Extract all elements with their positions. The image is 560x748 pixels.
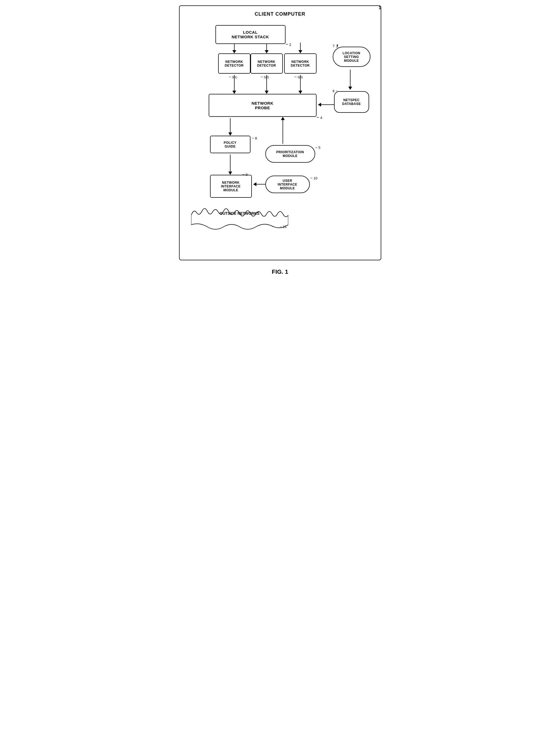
svg-marker-13 [318,103,321,107]
ref-3-3: ~ 3(3) [294,74,303,79]
user-interface-box: USERINTERFACEMODULE [265,176,310,193]
network-detector-2-box: NETWORKDETECTOR [250,53,283,74]
netspec-db-box: NETSPECDATABASE [334,91,369,113]
network-detector-2-label: NETWORKDETECTOR [257,60,276,67]
ref-2: ~ 2 [286,42,291,47]
ref-8: ~ 8 [252,136,257,140]
ref-4: ~ 4 [317,115,322,120]
outside-networks-svg [191,203,288,230]
ref-6: 6 ~ [333,89,338,93]
svg-marker-1 [233,50,236,53]
svg-marker-3 [265,50,269,53]
network-detector-3-box: NETWORKDETECTOR [284,53,317,74]
ref-10: ~ 10 [310,176,318,180]
ref-7: 7 ⮭ [333,43,340,48]
network-interface-label: NETWORKINTERFACEMODULE [221,181,241,192]
ref-3-1: ~ 3(1) [229,74,237,79]
page-container: 1 CLIENT COMPUTER [179,5,381,275]
network-detector-1-box: NETWORKDETECTOR [218,53,250,74]
network-probe-label: NETWORKPROBE [251,101,273,110]
outside-networks-area: OUTSIDE NETWORKS ~ 11 [191,203,288,230]
netspec-db-label: NETSPECDATABASE [342,98,361,106]
ref-9: ~ 9 [242,172,248,177]
local-network-stack-label: LOCALNETWORK STACK [232,30,269,39]
svg-marker-19 [281,117,285,120]
network-probe-box: NETWORKPROBE [209,94,317,117]
ref-5: ~ 5 [315,145,321,150]
svg-marker-5 [298,50,302,53]
local-network-stack-box: LOCALNETWORK STACK [215,25,286,44]
policy-guide-box: POLICYGUIDE [210,136,250,153]
location-setting-box: LOCATIONSETTINGMODULE [333,47,370,67]
location-setting-label: LOCATIONSETTINGMODULE [343,51,361,63]
prioritization-box: PRIORITIZATIONMODULE [265,145,315,163]
ref-11: ~ 11 [280,225,287,229]
diagram-area: LOCALNETWORK STACK ~ 2 NETWORKDETECTOR ~… [189,22,372,252]
prioritization-label: PRIORITIZATIONMODULE [276,150,304,158]
svg-marker-17 [228,133,232,136]
network-detector-1-label: NETWORKDETECTOR [225,60,244,67]
network-interface-box: NETWORKINTERFACEMODULE [210,175,252,198]
ref-3-2: ~ 3(2) [261,74,269,79]
fig-label: FIG. 1 [179,268,381,275]
client-computer-title: CLIENT COMPUTER [188,11,373,17]
svg-marker-11 [298,91,302,94]
network-detector-3-label: NETWORKDETECTOR [291,60,310,67]
svg-marker-7 [233,91,236,94]
policy-guide-label: POLICYGUIDE [224,141,237,148]
outer-box: CLIENT COMPUTER [179,5,381,260]
user-interface-label: USERINTERFACEMODULE [278,179,297,190]
svg-marker-21 [228,171,232,175]
outside-networks-label: OUTSIDE NETWORKS [191,211,288,215]
svg-marker-23 [253,182,257,186]
svg-marker-15 [348,87,352,90]
svg-marker-9 [265,91,269,94]
